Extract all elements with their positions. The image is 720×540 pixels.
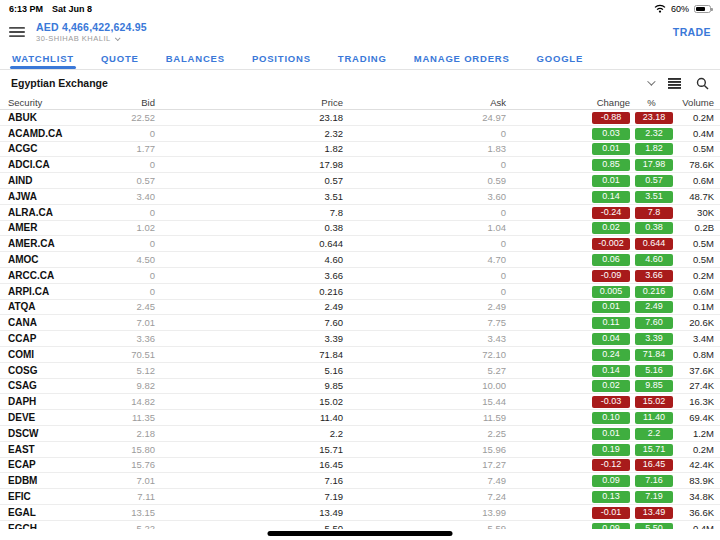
pct-cell: 7.16: [630, 474, 673, 487]
volume-value: 0.2B: [673, 222, 714, 233]
change-badge: 0.02: [592, 380, 630, 392]
table-row[interactable]: ARPI.CA00.21600.0050.2160.6M: [0, 284, 720, 300]
change-cell: 0.19: [506, 443, 630, 456]
list-view-icon[interactable]: [668, 78, 681, 89]
bid-value: 7.01: [108, 475, 155, 486]
pct-cell: 2.32: [630, 127, 673, 140]
table-row[interactable]: ACGC1.771.821.830.011.820.5M: [0, 142, 720, 158]
table-row[interactable]: CANA7.017.607.750.117.6020.6K: [0, 315, 720, 331]
tab-watchlist[interactable]: WATCHLIST: [12, 48, 74, 69]
table-row[interactable]: DEVE11.3511.4011.590.1011.4069.4K: [0, 410, 720, 426]
change-badge: -0.24: [592, 207, 630, 219]
table-row[interactable]: AMOC4.504.604.700.064.600.5M: [0, 252, 720, 268]
volume-value: 0.2M: [673, 112, 714, 123]
pct-cell: 5.50: [630, 522, 673, 529]
tab-positions[interactable]: POSITIONS: [252, 48, 311, 69]
table-row[interactable]: EDBM7.017.167.490.097.1683.9K: [0, 473, 720, 489]
home-indicator[interactable]: [268, 531, 453, 536]
tab-google[interactable]: GOOGLE: [537, 48, 584, 69]
change-cell: 0.09: [506, 522, 630, 529]
bid-value: 22.52: [108, 112, 155, 123]
trade-button[interactable]: TRADE: [673, 26, 711, 38]
battery-percent: 60%: [671, 4, 689, 14]
table-row[interactable]: AMER.CA00.6440-0.0020.6440.5M: [0, 236, 720, 252]
table-row[interactable]: ALRA.CA07.80-0.247.830K: [0, 205, 720, 221]
table-row[interactable]: ABUK22.5223.1824.97-0.8823.180.2M: [0, 110, 720, 126]
security-symbol: EFIC: [8, 491, 108, 502]
security-symbol: COMI: [8, 349, 108, 360]
table-row[interactable]: AJWA3.403.513.600.143.5148.7K: [0, 189, 720, 205]
battery-icon: [694, 5, 711, 13]
ask-value: 0: [343, 159, 506, 170]
tab-quote[interactable]: QUOTE: [101, 48, 139, 69]
change-badge: 0.19: [592, 444, 630, 456]
security-symbol: ADCI.CA: [8, 159, 108, 170]
ask-value: 13.99: [343, 507, 506, 518]
pct-cell: 13.49: [630, 506, 673, 519]
table-row[interactable]: EFIC7.117.197.240.137.1934.8K: [0, 489, 720, 505]
change-cell: 0.01: [506, 300, 630, 313]
change-badge: 0.03: [592, 128, 630, 140]
change-badge: 0.10: [592, 412, 630, 424]
tab-trading[interactable]: TRADING: [338, 48, 387, 69]
security-symbol: ABUK: [8, 112, 108, 123]
change-badge: -0.88: [592, 112, 630, 124]
table-row[interactable]: ACAMD.CA02.3200.032.320.4M: [0, 126, 720, 142]
table-row[interactable]: EAST15.8015.7115.960.1915.710.2M: [0, 442, 720, 458]
price-value: 2.32: [155, 128, 343, 139]
change-badge: 0.85: [592, 159, 630, 171]
ask-value: 7.75: [343, 317, 506, 328]
search-icon[interactable]: [696, 77, 709, 90]
table-row[interactable]: DAPH14.8215.0215.44-0.0315.0216.3K: [0, 394, 720, 410]
pct-badge: 16.45: [635, 459, 673, 471]
ask-value: 4.70: [343, 254, 506, 265]
table-row[interactable]: EGAL13.1513.4913.99-0.0113.4936.6K: [0, 505, 720, 521]
volume-value: 0.5M: [673, 238, 714, 249]
bid-value: 0: [108, 270, 155, 281]
change-badge: 0.01: [592, 175, 630, 187]
price-value: 71.84: [155, 349, 343, 360]
price-value: 0.57: [155, 175, 343, 186]
table-row[interactable]: EGCH5.225.505.590.095.500.4M: [0, 521, 720, 529]
tab-balances[interactable]: BALANCES: [166, 48, 225, 69]
pct-cell: 7.8: [630, 206, 673, 219]
table-row[interactable]: CCAP3.363.393.430.043.393.4M: [0, 331, 720, 347]
security-symbol: COSG: [8, 365, 108, 376]
collapse-watchlist-icon[interactable]: [647, 77, 655, 85]
change-badge: -0.01: [592, 507, 630, 519]
table-row[interactable]: AIND0.570.570.590.010.570.6M: [0, 173, 720, 189]
account-selector[interactable]: AED 4,466,422,624.95 30-SHIHAB KHALIL: [36, 21, 147, 43]
table-row[interactable]: COSG5.125.165.270.145.1637.6K: [0, 363, 720, 379]
pct-badge: 4.60: [635, 254, 673, 266]
pct-badge: 11.40: [635, 412, 673, 424]
ask-value: 0: [343, 207, 506, 218]
column-header-volume: Volume: [673, 97, 714, 108]
table-row[interactable]: AMER1.020.381.040.020.380.2B: [0, 221, 720, 237]
pct-badge: 17.98: [635, 159, 673, 171]
table-row[interactable]: ATQA2.452.492.490.012.490.1M: [0, 300, 720, 316]
bid-value: 13.15: [108, 507, 155, 518]
volume-value: 20.6K: [673, 317, 714, 328]
table-row[interactable]: COMI70.5171.8472.100.2471.840.8M: [0, 347, 720, 363]
price-value: 1.82: [155, 143, 343, 154]
price-value: 15.02: [155, 396, 343, 407]
price-value: 9.85: [155, 380, 343, 391]
pct-cell: 3.39: [630, 332, 673, 345]
tab-manage-orders[interactable]: MANAGE ORDERS: [414, 48, 510, 69]
chevron-down-icon: [115, 35, 121, 41]
volume-value: 36.6K: [673, 507, 714, 518]
volume-value: 16.3K: [673, 396, 714, 407]
price-value: 7.16: [155, 475, 343, 486]
security-symbol: EAST: [8, 444, 108, 455]
pct-badge: 7.8: [635, 207, 673, 219]
change-badge: 0.14: [592, 191, 630, 203]
table-row[interactable]: ARCC.CA03.660-0.093.660.2M: [0, 268, 720, 284]
security-symbol: DEVE: [8, 412, 108, 423]
change-cell: 0.03: [506, 127, 630, 140]
table-row[interactable]: ECAP15.7616.4517.27-0.1216.4542.4K: [0, 458, 720, 474]
table-row[interactable]: DSCW2.182.22.250.012.21.2M: [0, 426, 720, 442]
menu-icon[interactable]: [9, 26, 25, 38]
pct-cell: 9.85: [630, 379, 673, 392]
table-row[interactable]: ADCI.CA017.9800.8517.9878.6K: [0, 157, 720, 173]
table-row[interactable]: CSAG9.829.8510.000.029.8527.4K: [0, 379, 720, 395]
